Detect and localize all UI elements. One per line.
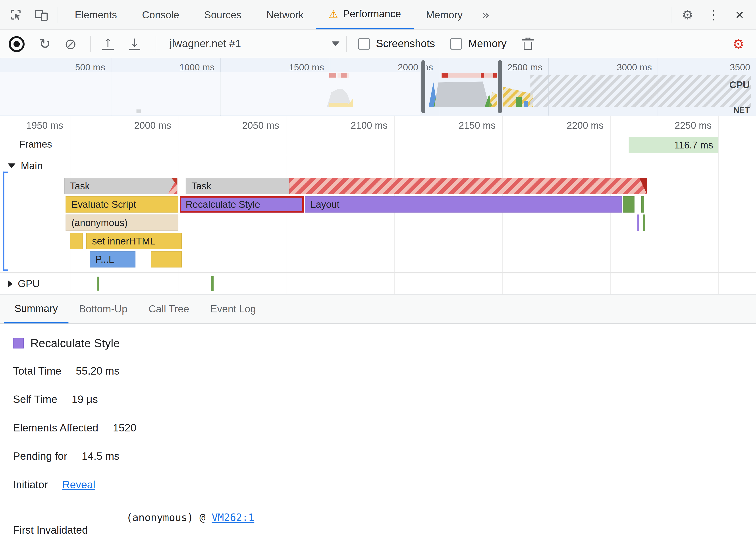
selection-handle-left[interactable] <box>421 59 426 114</box>
flame-bar-set-innerhtml[interactable]: set innerHTML <box>86 233 182 249</box>
frame-duration-chip[interactable]: 116.7 ms <box>629 137 718 153</box>
overview-tick: 3500 <box>679 62 750 73</box>
overview-dim-overlay <box>0 72 421 115</box>
net-label: NET <box>734 106 750 115</box>
record-button[interactable] <box>9 36 24 52</box>
toolbar-separator <box>346 36 346 52</box>
tab-elements-label: Elements <box>75 9 117 20</box>
main-track-header[interactable]: Main <box>8 160 43 171</box>
flame-bar-label: Layout <box>311 199 339 210</box>
summary-row-value: 14.5 ms <box>82 450 119 463</box>
summary-row-label: Total Time <box>13 365 61 378</box>
settings-gear-icon[interactable]: ⚙ <box>677 4 698 25</box>
summary-row-value: 19 µs <box>72 393 98 406</box>
gpu-track-header[interactable]: GPU <box>8 278 40 290</box>
flame-bar-task[interactable]: Task <box>64 178 177 194</box>
flame-bar-label: Task <box>192 181 211 191</box>
memory-checkbox[interactable] <box>450 38 462 50</box>
flame-bar-paint[interactable] <box>623 196 635 213</box>
gpu-activity-bar <box>97 277 99 290</box>
selection-handle-right[interactable] <box>497 59 503 114</box>
close-icon[interactable]: ✕ <box>729 4 750 25</box>
trash-lid <box>522 39 534 40</box>
load-profile-icon[interactable]: ↑ <box>103 38 114 50</box>
trash-icon[interactable] <box>522 37 534 50</box>
tab-call-tree[interactable]: Call Tree <box>138 294 200 324</box>
gpu-track-label: GPU <box>18 278 40 290</box>
tab-memory-label: Memory <box>426 9 463 20</box>
overview-tick: 3000 ms <box>581 62 652 73</box>
summary-row-value: 1520 <box>113 422 137 434</box>
capture-settings-gear-icon[interactable]: ⚙ <box>732 36 747 52</box>
tab-console[interactable]: Console <box>129 0 192 30</box>
source-location-link[interactable]: VM262:1 <box>212 512 254 523</box>
flame-bar-paint-sliver[interactable] <box>643 214 645 231</box>
memory-checkbox-group: Memory <box>450 38 506 50</box>
tabbar-left-icons <box>0 0 62 30</box>
reload-and-record-icon[interactable]: ↻ <box>39 37 51 51</box>
flame-bar-label: P...L <box>95 254 114 265</box>
profile-select-label: jlwagner.net #1 <box>170 38 241 50</box>
more-tabs-button[interactable]: » <box>475 0 496 30</box>
overview-tick: 500 ms <box>34 62 105 73</box>
tab-performance-label: Performance <box>343 8 401 20</box>
tab-network-label: Network <box>266 9 304 20</box>
flame-bar-recalculate-style-selected[interactable]: Recalculate Style <box>180 196 304 213</box>
overview-tick: 1000 ms <box>143 62 214 73</box>
tab-console-label: Console <box>142 9 179 20</box>
flame-bar-label: (anonymous) <box>71 218 127 228</box>
inspect-element-icon[interactable] <box>5 4 26 25</box>
main-track: Main Task Task Evaluate Script Recalcula… <box>0 155 756 273</box>
detail-tick: 2000 ms <box>99 120 171 131</box>
screenshots-checkbox[interactable] <box>358 38 370 50</box>
device-toolbar-icon[interactable] <box>31 4 52 25</box>
track-selection-bracket <box>3 172 8 271</box>
collapse-triangle-icon <box>8 164 15 168</box>
tab-memory[interactable]: Memory <box>414 0 475 30</box>
tab-summary[interactable]: Summary <box>4 294 68 324</box>
tab-sources-label: Sources <box>204 9 241 20</box>
tab-network[interactable]: Network <box>254 0 316 30</box>
tab-bottom-up[interactable]: Bottom-Up <box>68 294 138 324</box>
reveal-link[interactable]: Reveal <box>62 479 95 491</box>
flame-bar-script-small-2[interactable] <box>151 251 182 268</box>
memory-label: Memory <box>468 38 506 50</box>
kebab-menu-icon[interactable]: ⋮ <box>703 4 724 25</box>
summary-row: Pending for 14.5 ms <box>13 450 119 463</box>
chevron-double-icon: » <box>482 7 490 22</box>
screenshots-checkbox-group: Screenshots <box>358 38 435 50</box>
summary-title: Recalculate Style <box>30 336 120 350</box>
tab-sources[interactable]: Sources <box>192 0 254 30</box>
flame-bar-script-small[interactable] <box>70 233 83 249</box>
tab-summary-label: Summary <box>14 302 58 314</box>
tabbar-separator <box>672 6 672 23</box>
warning-icon: ⚠ <box>329 8 338 20</box>
toolbar-separator <box>90 36 91 52</box>
flame-bar-paint-small[interactable] <box>641 196 644 213</box>
profile-select[interactable]: jlwagner.net #1 <box>170 38 339 50</box>
main-track-label: Main <box>21 160 43 171</box>
tab-call-tree-label: Call Tree <box>149 303 189 315</box>
flame-bar-anonymous[interactable]: (anonymous) <box>65 214 178 231</box>
flame-bar-evaluate-script[interactable]: Evaluate Script <box>65 196 178 213</box>
save-profile-icon[interactable]: ↓ <box>129 38 140 50</box>
details-tabbar: Summary Bottom-Up Call Tree Event Log <box>0 294 756 324</box>
flame-bar-parse-html[interactable]: P...L <box>90 251 136 268</box>
flame-bar-style-sliver[interactable] <box>637 214 639 231</box>
frames-track-label[interactable]: Frames <box>19 139 52 150</box>
initiator-label: Initiator <box>13 479 48 491</box>
flame-bar-layout[interactable]: Layout <box>305 196 622 213</box>
tab-event-log[interactable]: Event Log <box>200 294 267 324</box>
tab-performance[interactable]: ⚠ Performance <box>316 0 414 30</box>
detail-tick: 2150 ms <box>423 120 496 131</box>
tab-elements[interactable]: Elements <box>62 0 129 30</box>
overview-tick: 1500 ms <box>253 62 324 73</box>
long-task-marker <box>442 73 448 78</box>
timeline-overview[interactable]: 500 ms 1000 ms 1500 ms 2000 ms 2500 ms 3… <box>0 58 756 116</box>
summary-row-initiator: Initiator Reveal <box>13 479 95 491</box>
flame-bar-label: Evaluate Script <box>71 199 136 210</box>
clear-recordings-icon[interactable]: ⊘ <box>64 36 77 51</box>
summary-row-label: Self Time <box>13 393 57 406</box>
flame-bar-task-long[interactable]: Task <box>186 178 647 194</box>
tab-event-log-label: Event Log <box>210 303 256 315</box>
